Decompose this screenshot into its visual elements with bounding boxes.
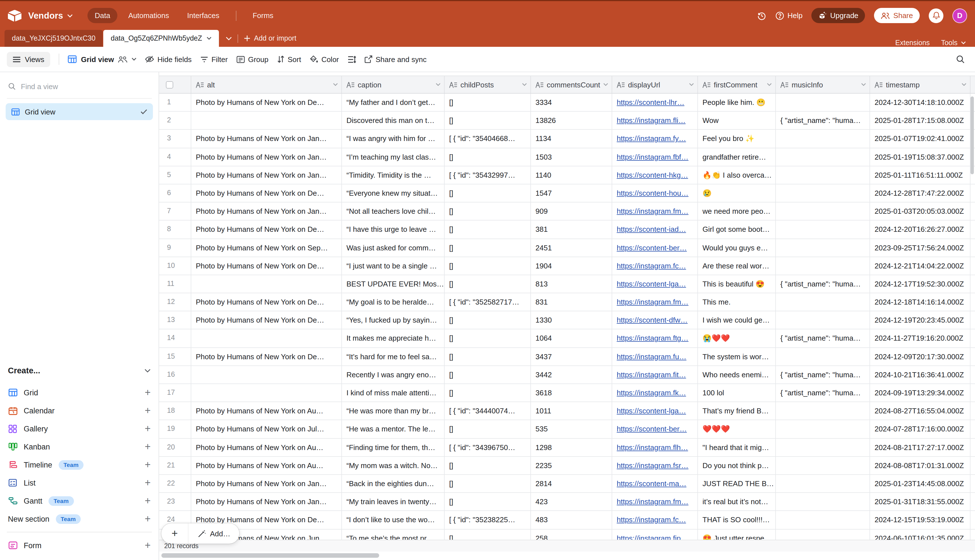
cell-musicInfo[interactable]: { "artist_name": "huma… [776,275,870,293]
cell-firstComment[interactable]: THAT is SO cool!!!… [698,511,776,529]
cell-childPosts[interactable]: [] [445,384,531,402]
cell-childPosts[interactable]: [ { "id": "352582717… [445,293,531,311]
url-link[interactable]: https://instagram.fsr… [617,461,688,470]
create-item-grid[interactable]: Grid+ [0,383,159,402]
cell-musicInfo[interactable] [776,293,870,311]
cell-commentsCount[interactable]: 1140 [531,167,612,184]
cell-displayUrl[interactable]: https://instagram.fsr… [612,457,698,474]
cell-commentsCount[interactable]: 909 [531,202,612,220]
column-header-childPosts[interactable]: childPosts [445,76,531,93]
column-header-firstComment[interactable]: firstComment [698,76,776,93]
cell-musicInfo[interactable] [776,148,870,165]
cell-commentsCount[interactable]: 3442 [531,366,612,383]
cell-timestamp[interactable]: 2024-08-21T17:27:17.000Z [870,438,970,456]
cell-childPosts[interactable]: [] [445,475,531,492]
cell-displayUrl[interactable]: https://scontent-hkg… [612,167,698,184]
url-link[interactable]: https://scontent-dfw… [617,316,688,325]
cell-firstComment[interactable]: I wish we could ge… [698,312,776,329]
share-button[interactable]: Share [874,8,920,23]
cell-commentsCount[interactable]: 381 [531,221,612,238]
cell-firstComment[interactable]: Are these real wor… [698,257,776,274]
cell-displayUrl[interactable]: https://instagram.flh… [612,438,698,456]
cell-childPosts[interactable]: [] [445,221,531,238]
cell-childPosts[interactable]: [] [445,184,531,202]
url-link[interactable]: https://scontent-lga… [617,280,686,288]
cell-displayUrl[interactable]: https://scontent-lhr… [612,93,698,111]
cell-caption[interactable]: “My mom was a witch. No… [342,457,445,474]
help-button[interactable]: Help [775,11,803,20]
cell-musicInfo[interactable] [776,457,870,474]
cell-caption[interactable]: Recently I was angry eno… [342,366,445,383]
cell-childPosts[interactable]: [] [445,202,531,220]
url-link[interactable]: https://scontent-ber… [617,243,687,252]
cell-firstComment[interactable]: 100 lol [698,384,776,402]
cell-musicInfo[interactable] [776,475,870,492]
cell-commentsCount[interactable]: 483 [531,511,612,529]
cell-caption[interactable]: “I just want to be a single … [342,257,445,274]
cell-musicInfo[interactable] [776,221,870,238]
url-link[interactable]: https://scontent-hou… [617,189,688,197]
cell-commentsCount[interactable]: 258 [531,529,612,540]
cell-firstComment[interactable]: Would you guys e… [698,239,776,256]
cell-commentsCount[interactable]: 3334 [531,93,612,111]
cell-musicInfo[interactable] [776,130,870,147]
column-header-displayUrl[interactable]: displayUrl [612,76,698,93]
url-link[interactable]: https://instagram.fy… [617,135,686,143]
add-or-import-button[interactable]: Add or import [244,34,296,42]
cell-alt[interactable]: Photo by Humans of New York on Jan… [191,475,342,492]
create-item-list[interactable]: List+ [0,474,159,492]
cell-firstComment[interactable]: Girl got some boot… [698,221,776,238]
cell-alt[interactable]: Photo by Humans of New York on Jan… [191,493,342,510]
cell-firstComment[interactable]: grandfather retire… [698,148,776,165]
hide-fields-button[interactable]: Hide fields [145,55,192,63]
cell-alt[interactable]: Photo by Humans of New York on De… [191,184,342,202]
cell-childPosts[interactable]: [] [445,257,531,274]
cell-musicInfo[interactable] [776,493,870,510]
filter-button[interactable]: Filter [200,55,228,63]
plus-icon[interactable]: + [145,423,151,434]
create-item-calendar[interactable]: Calendar+ [0,402,159,420]
create-item-kanban[interactable]: Kanban+ [0,438,159,456]
cell-displayUrl[interactable]: https://instagram.fk… [612,384,698,402]
nav-tab-data[interactable]: Data [87,8,118,23]
cell-caption[interactable]: “Everyone knew my situat… [342,184,445,202]
cell-timestamp[interactable]: 2023-09-25T17:56:24.000Z [870,239,970,256]
url-link[interactable]: https://scontent-lhr… [617,98,685,107]
cell-timestamp[interactable]: 2025-01-28T17:15:08.000Z [870,112,970,129]
select-all-checkbox[interactable] [166,81,173,88]
cell-alt[interactable]: Photo by Humans of New York on Au… [191,402,342,420]
cell-firstComment[interactable]: 😍 Just utter respe… [698,529,776,540]
url-link[interactable]: https://scontent-hkg… [617,171,688,179]
cell-caption[interactable]: Was just asked for comm… [342,239,445,256]
tools-button[interactable]: Tools [941,39,966,47]
cell-musicInfo[interactable] [776,529,870,540]
cell-timestamp[interactable]: 2024-12-09T20:17:30.000Z [870,348,970,365]
cell-commentsCount[interactable]: 831 [531,293,612,311]
create-item-form[interactable]: Form+ [0,536,159,554]
notifications-button[interactable] [929,8,943,23]
cell-alt[interactable]: Photo by Humans of New York on Au… [191,457,342,474]
vertical-scrollbar[interactable] [970,97,974,174]
url-link[interactable]: https://scontent-ma… [617,479,686,488]
url-link[interactable]: https://instagram.fit… [617,370,686,379]
cell-caption[interactable]: “Finding time for them, th… [342,438,445,456]
cell-childPosts[interactable]: [] [445,366,531,383]
extensions-button[interactable]: Extensions [895,39,930,47]
cell-commentsCount[interactable]: 535 [531,420,612,438]
cell-commentsCount[interactable]: 2814 [531,475,612,492]
cell-childPosts[interactable]: [] [445,493,531,510]
add-with-ai-button[interactable]: Add… [189,523,239,543]
table-tab-inactive[interactable]: data_YeJXCj519OJntxC30 [5,30,103,47]
cell-firstComment[interactable]: Who needs enemi… [698,366,776,383]
cell-childPosts[interactable]: [] [445,239,531,256]
url-link[interactable]: https://instagram.fu… [617,352,686,361]
cell-caption[interactable]: “Back in the eighties dun… [342,475,445,492]
cell-alt[interactable]: Photo by Humans of New York on De… [191,312,342,329]
history-button[interactable] [757,11,766,20]
cell-commentsCount[interactable]: 1134 [531,130,612,147]
cell-alt[interactable]: Photo by Humans of New York on Jul… [191,420,342,438]
cell-childPosts[interactable]: [] [445,112,531,129]
url-link[interactable]: https://instagram.fc… [617,516,686,524]
cell-displayUrl[interactable]: https://scontent-ber… [612,420,698,438]
cell-commentsCount[interactable]: 1330 [531,312,612,329]
